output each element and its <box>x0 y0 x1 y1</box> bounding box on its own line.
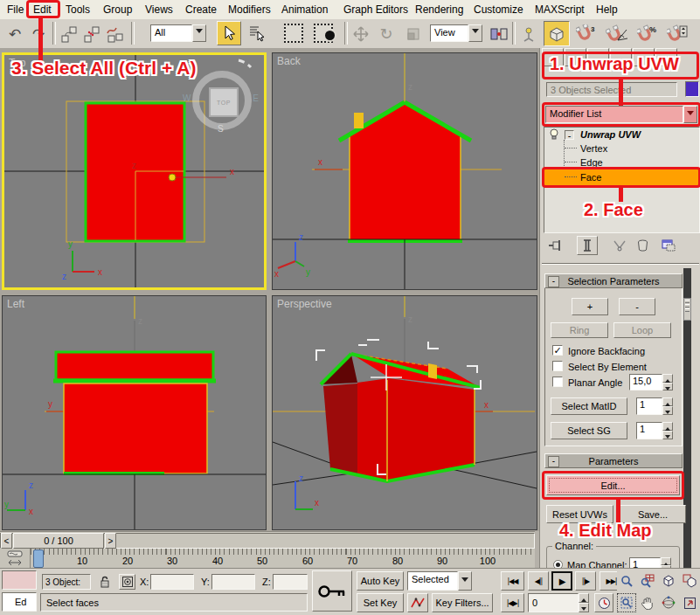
shrink-selection-button[interactable]: - <box>619 298 655 315</box>
viewport-top[interactable]: z x y x z Top TOP W E S <box>2 52 267 290</box>
map-channel-spinner[interactable]: 1 <box>629 557 671 568</box>
parameters-header[interactable]: - Parameters <box>544 453 683 468</box>
time-next-frame-button[interactable]: > <box>105 533 116 549</box>
make-unique-button[interactable] <box>610 237 629 254</box>
snaps-toggle-active[interactable] <box>544 21 570 46</box>
remove-modifier-button[interactable] <box>633 237 652 254</box>
rectangular-selection-region-tool[interactable] <box>281 21 306 45</box>
selected-keys-dropdown[interactable]: Selected <box>407 571 472 591</box>
select-matid-button[interactable]: Select MatID <box>551 397 627 415</box>
viewport-perspective[interactable]: z y x <box>272 295 537 530</box>
menu-create[interactable]: Create <box>185 3 217 16</box>
ring-button-disabled[interactable]: Ring <box>551 322 608 338</box>
open-mini-curve-editor-button[interactable] <box>0 549 31 568</box>
auto-key-button[interactable]: Auto Key <box>357 571 404 591</box>
select-by-element-checkbox[interactable] <box>552 361 563 371</box>
select-by-name-tool[interactable] <box>245 21 269 45</box>
menu-modifiers[interactable]: Modifiers <box>228 3 271 16</box>
configure-modifier-sets-button[interactable] <box>659 237 678 254</box>
show-end-result-button[interactable] <box>577 236 598 255</box>
zoom-all-button[interactable] <box>638 571 657 591</box>
maximize-viewport-toggle[interactable] <box>680 593 699 612</box>
current-frame-field[interactable]: 0 <box>528 593 579 612</box>
sg-spinner[interactable]: 1 <box>636 422 673 439</box>
go-to-start-button[interactable]: |◀◀ <box>501 571 524 591</box>
mirror-tool[interactable] <box>488 22 510 45</box>
window-crossing-toggle[interactable] <box>309 21 337 45</box>
matid-spinner[interactable]: 1 <box>636 397 673 415</box>
keyboard-shortcut-override-key-button[interactable] <box>312 570 352 612</box>
zoom-extents-all-button[interactable] <box>680 571 699 591</box>
select-sg-button[interactable]: Select SG <box>551 422 627 439</box>
ignore-backfacing-checkbox[interactable]: ✓ <box>552 345 563 356</box>
move-tool-disabled[interactable] <box>350 22 372 45</box>
arc-rotate-button[interactable] <box>659 593 678 612</box>
key-mode-toggle[interactable]: |◀▶| <box>501 593 524 612</box>
snap-toggle-3d[interactable]: 3 <box>573 22 600 45</box>
dropdown-arrow-icon[interactable] <box>192 24 206 42</box>
select-link-icon[interactable] <box>58 22 80 45</box>
dropdown-arrow-icon[interactable] <box>458 571 472 591</box>
track-bar[interactable]: 0 10 20 30 40 50 60 70 80 90 100 <box>0 549 535 568</box>
grow-selection-button[interactable]: + <box>572 298 608 315</box>
spinner-snap-toggle[interactable] <box>664 22 690 45</box>
maxscript-mini-listener-white[interactable]: Ed <box>2 592 37 612</box>
rotate-tool-disabled[interactable]: ↻ <box>375 22 398 45</box>
menu-group[interactable]: Group <box>103 3 132 16</box>
menu-maxscript[interactable]: MAXScript <box>535 3 585 16</box>
edit-uvw-button[interactable]: Edit... <box>546 475 680 495</box>
undo-button[interactable]: ↶ <box>3 22 26 45</box>
stack-row-vertex[interactable]: Vertex <box>544 142 699 155</box>
map-channel-radio[interactable] <box>553 560 563 568</box>
next-frame-button[interactable]: ||▶ <box>575 571 596 591</box>
selection-parameters-header[interactable]: - Selection Parameters <box>544 273 683 288</box>
previous-frame-button[interactable]: ◀|| <box>528 571 549 591</box>
time-slider-button[interactable]: 0 / 100 <box>13 533 104 549</box>
stack-row-unwrap-uvw[interactable]: - Unwrap UVW <box>544 128 699 142</box>
menu-views[interactable]: Views <box>145 3 173 16</box>
menu-help[interactable]: Help <box>596 3 618 16</box>
pan-tool-button[interactable] <box>638 593 657 612</box>
reference-coordinate-dropdown[interactable]: View <box>430 24 482 42</box>
percent-snap-toggle[interactable]: % <box>634 22 661 45</box>
planar-angle-checkbox[interactable] <box>552 377 563 387</box>
zoom-region-button-active[interactable] <box>617 593 636 612</box>
y-coord-field[interactable] <box>211 574 255 590</box>
viewport-left[interactable]: z y z y x Left <box>2 295 267 530</box>
absolute-offset-mode-toggle[interactable] <box>119 574 135 590</box>
menu-animation[interactable]: Animation <box>281 3 328 16</box>
rollout-scrollbar-thumb[interactable] <box>683 298 691 321</box>
lightbulb-icon[interactable] <box>549 128 559 141</box>
key-filters-button[interactable]: Key Filters... <box>432 593 493 612</box>
frame-spinner[interactable] <box>579 593 589 612</box>
pin-stack-button[interactable] <box>545 237 565 254</box>
angle-snap-toggle[interactable] <box>603 22 631 45</box>
collapse-icon[interactable]: - <box>548 276 559 287</box>
menu-tools[interactable]: Tools <box>66 3 90 16</box>
bind-spacewarp-icon[interactable] <box>103 22 126 45</box>
selection-lock-toggle[interactable] <box>96 574 113 590</box>
loop-button-disabled[interactable]: Loop <box>613 322 671 338</box>
zoom-tool-button[interactable] <box>617 571 636 591</box>
dropdown-arrow-icon[interactable] <box>468 24 482 42</box>
viewport-back[interactable]: z x z x y Back <box>272 52 537 290</box>
menu-file[interactable]: File <box>7 3 24 16</box>
selection-filter-dropdown[interactable]: All <box>150 24 206 42</box>
set-key-button[interactable]: Set Key <box>357 593 404 612</box>
viewcube-navigator[interactable]: TOP W E S <box>191 69 253 132</box>
unlink-icon[interactable] <box>80 22 103 45</box>
select-object-tool[interactable] <box>217 21 241 45</box>
new-key-filter-curve-button[interactable] <box>407 593 428 612</box>
planar-angle-spinner[interactable]: 15,0 <box>629 374 673 390</box>
time-prev-frame-button[interactable]: < <box>1 533 12 549</box>
stack-collapse-box[interactable]: - <box>565 130 574 140</box>
collapse-icon[interactable]: - <box>548 456 559 467</box>
menu-rendering[interactable]: Rendering <box>415 3 463 16</box>
z-coord-field[interactable] <box>273 574 308 590</box>
object-color-swatch[interactable] <box>685 81 699 97</box>
scale-tool-disabled[interactable] <box>402 22 425 45</box>
x-coord-field[interactable] <box>150 574 194 590</box>
zoom-extents-button[interactable] <box>659 571 678 591</box>
menu-graph-editors[interactable]: Graph Editors <box>343 3 408 16</box>
menu-customize[interactable]: Customize <box>474 3 523 16</box>
